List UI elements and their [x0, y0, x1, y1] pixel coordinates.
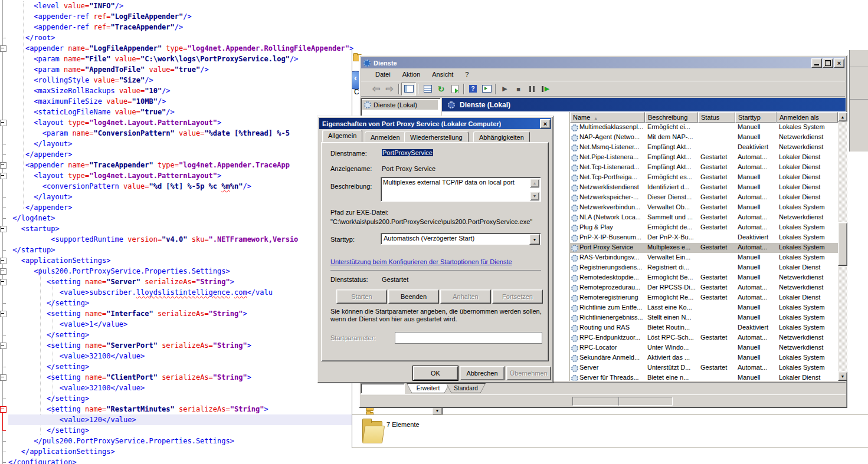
- pause-service-button[interactable]: [525, 83, 539, 95]
- service-row[interactable]: Net.Tcp-Listenerad...Empfängt Akt...Gest…: [570, 163, 838, 173]
- anhalten-button[interactable]: Anhalten: [440, 289, 491, 304]
- beschreibung-textarea[interactable]: Multiplexes external TCP/IP data on loca…: [381, 177, 541, 202]
- column-header-name[interactable]: Name▲: [570, 112, 645, 123]
- column-header-status[interactable]: Status: [698, 112, 735, 123]
- startparameter-input[interactable]: [395, 332, 542, 344]
- properties-button[interactable]: [421, 83, 434, 95]
- tab-anmelden[interactable]: Anmelden: [365, 131, 406, 142]
- dienstname-value[interactable]: PortProxyService: [382, 149, 433, 156]
- textarea-scroll-up-icon[interactable]: ▲: [530, 179, 539, 187]
- show-console-tree-button[interactable]: [401, 83, 416, 96]
- fold-toggle-icon[interactable]: [0, 343, 6, 349]
- help-button[interactable]: ?: [466, 83, 480, 95]
- fold-toggle-icon[interactable]: [0, 374, 6, 381]
- uebernehmen-button[interactable]: Übernehmen: [506, 366, 551, 380]
- fold-toggle-icon[interactable]: [0, 226, 6, 232]
- column-header-anmeldenals[interactable]: Anmelden als: [777, 112, 838, 123]
- service-row[interactable]: RPC-LocatorUnter Windo...ManuellNetzwerk…: [570, 343, 838, 353]
- service-row[interactable]: Routing und RASBietet Routin...Deaktivie…: [570, 323, 838, 333]
- service-row[interactable]: Net.Msmq-Listener...Empfängt Akt...Deakt…: [570, 143, 838, 153]
- tab-wiederherstellung[interactable]: Wiederherstellung: [404, 131, 469, 142]
- service-row[interactable]: ServerUnterstützt D...GestartetAutomat..…: [570, 363, 838, 373]
- starten-button[interactable]: Starten: [336, 289, 387, 304]
- textarea-scroll-down-icon[interactable]: ▼: [530, 192, 539, 200]
- export-list-button[interactable]: [448, 83, 461, 95]
- minimize-button[interactable]: [811, 58, 822, 68]
- service-row[interactable]: RAS-Verbindungsv...Verwaltet Ein...Manue…: [570, 253, 838, 263]
- menu-item-ansicht[interactable]: Ansicht: [426, 69, 459, 80]
- scroll-down-button[interactable]: ▼: [838, 371, 847, 381]
- service-row[interactable]: Net.Pipe-Listenera...Empfängt Akt...Gest…: [570, 153, 838, 163]
- service-row[interactable]: Remotedesktopdie...Ermöglicht Be...Gesta…: [570, 273, 838, 283]
- tab-abhngigkeiten[interactable]: Abhängigkeiten: [473, 131, 530, 142]
- fortsetzen-button[interactable]: Fortsetzen: [492, 289, 543, 304]
- close-button[interactable]: ×: [834, 58, 844, 68]
- dialog-close-button[interactable]: ×: [540, 119, 551, 129]
- fold-toggle-icon[interactable]: [0, 311, 6, 317]
- view-tab-standard[interactable]: Standard: [446, 383, 486, 393]
- services-scrollbar[interactable]: ▲ ▼: [838, 112, 847, 381]
- service-row[interactable]: Server für Threads...Bietet eine n...Man…: [570, 373, 838, 381]
- abbrechen-button[interactable]: Abbrechen: [460, 366, 505, 380]
- code-line: <param name="File" value="C:\work\logs\P…: [8, 54, 298, 64]
- service-row[interactable]: RemoteregistrierungErmöglicht Re...Gesta…: [570, 293, 838, 303]
- service-cell: Remotedesktopdie...: [579, 274, 645, 282]
- view-tab-erweitert[interactable]: Erweitert: [407, 383, 450, 393]
- back-button[interactable]: ⇦: [369, 83, 383, 95]
- service-row[interactable]: Registrierungsdiens...Registriert di...M…: [570, 263, 838, 273]
- beenden-button[interactable]: Beenden: [388, 289, 439, 304]
- service-row[interactable]: Net.Tcp-Portfreiga...Ermöglicht es...Ges…: [570, 173, 838, 183]
- fold-toggle-icon[interactable]: [0, 162, 6, 169]
- service-row[interactable]: Netzwerkverbindun...Verwaltet Ob...Gesta…: [570, 203, 838, 213]
- service-row[interactable]: Plug & PlayErmöglicht de...GestartetAuto…: [570, 223, 838, 233]
- fold-toggle-icon[interactable]: [0, 279, 6, 285]
- tab-allgemein[interactable]: Allgemein: [322, 130, 362, 142]
- menu-item-datei[interactable]: Datei: [369, 69, 397, 80]
- standard-view-button[interactable]: [480, 83, 493, 95]
- column-header-beschreibung[interactable]: Beschreibung: [645, 112, 698, 123]
- fold-toggle-icon[interactable]: [0, 120, 6, 126]
- service-row[interactable]: NAP-Agent (Netwo...Mit dem NAP-...Manuel…: [570, 133, 838, 143]
- service-row[interactable]: Multimediaklassenpl...Ermöglicht ei...Ma…: [570, 123, 838, 133]
- service-cell: Lokaler Dienst: [779, 374, 838, 381]
- service-row[interactable]: NLA (Network Loca...Sammelt und ...Gesta…: [570, 213, 838, 223]
- ok-button[interactable]: OK: [413, 366, 458, 380]
- services-titlebar[interactable]: Dienste ×: [361, 57, 845, 68]
- scrollbar-thumb[interactable]: [838, 222, 847, 266]
- fold-toggle-icon[interactable]: [0, 258, 6, 264]
- dialog-titlebar[interactable]: Eigenschaften von Port Proxy Service (Lo…: [319, 118, 551, 129]
- menu-item-aktion[interactable]: Aktion: [397, 69, 427, 80]
- restart-service-button[interactable]: ▶: [539, 83, 552, 95]
- service-row[interactable]: Netzwerkspeicher-...Dieser Dienst...Gest…: [570, 193, 838, 203]
- service-row[interactable]: RPC-Endpunktzuor...Löst RPC-Sch...Gestar…: [570, 333, 838, 343]
- service-row[interactable]: Port Proxy ServiceMultiplexes e...Gestar…: [570, 243, 838, 253]
- service-cell: Manuell: [738, 123, 777, 132]
- scroll-up-button[interactable]: ▲: [838, 112, 847, 121]
- code-line: <appender name="TraceAppender" type="log…: [8, 160, 290, 170]
- start-service-icon: ▶: [502, 85, 507, 93]
- service-row[interactable]: Richtlinie zum Entfe...Lässt eine Ko...M…: [570, 303, 838, 313]
- column-header-starttyp[interactable]: Starttyp: [735, 112, 777, 123]
- service-row[interactable]: Sekundäre Anmeld...Aktiviert das ...Manu…: [570, 353, 838, 363]
- start-service-button[interactable]: ▶: [498, 83, 512, 95]
- maximize-button[interactable]: [823, 58, 833, 68]
- refresh-button[interactable]: ↻: [434, 83, 448, 95]
- fold-toggle-icon[interactable]: [0, 173, 6, 179]
- service-row[interactable]: Richtlinienergebniss...Stellt einen N...…: [570, 313, 838, 323]
- code-line: </setting>: [8, 361, 89, 372]
- menu-item-[interactable]: ?: [459, 69, 474, 80]
- tree-item-dienste-lokal[interactable]: Dienste (Lokal): [362, 100, 438, 110]
- fold-toggle-icon[interactable]: [0, 268, 6, 275]
- service-row[interactable]: NetzwerklistendienstIdentifiziert d...Ge…: [570, 183, 838, 193]
- stop-service-button[interactable]: ■: [512, 83, 525, 95]
- fold-toggle-icon[interactable]: [0, 45, 6, 52]
- fold-toggle-icon[interactable]: [0, 406, 6, 413]
- service-row[interactable]: Remoteprozedurau...Der RPCSS-Di...Gestar…: [570, 283, 838, 293]
- starttyp-combobox[interactable]: Automatisch (Verzögerter Start) ▼: [381, 233, 541, 245]
- pfad-label: Pfad zur EXE-Datei:: [330, 209, 388, 216]
- startoptionen-link[interactable]: Unterstützung beim Konfigurieren der Sta…: [330, 258, 512, 265]
- service-row[interactable]: PnP-X-IP-Busenum...Der PnP-X-Bu...Deakti…: [570, 233, 838, 243]
- service-cell: [700, 233, 735, 242]
- forward-button[interactable]: ⇨: [383, 83, 397, 95]
- combobox-arrow-icon[interactable]: ▼: [529, 234, 540, 245]
